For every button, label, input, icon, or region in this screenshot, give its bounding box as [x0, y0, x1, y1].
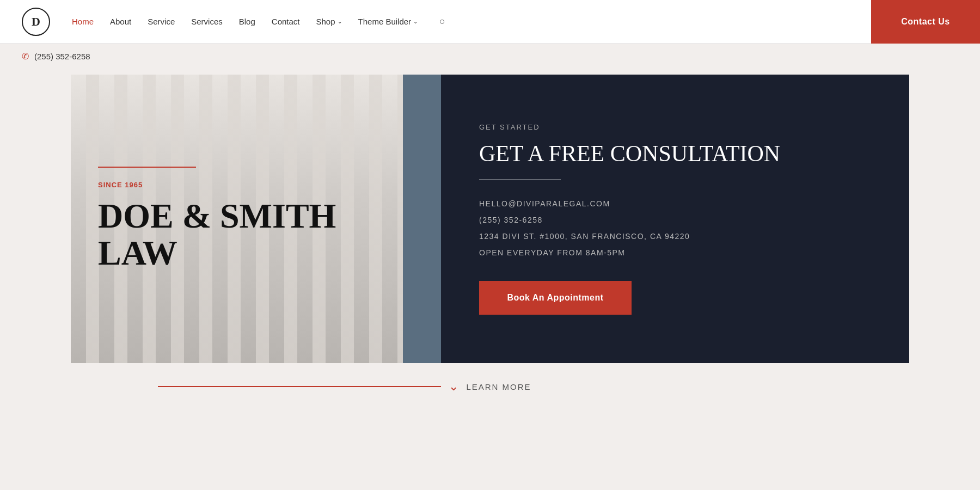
- phone-info: (255) 352-6258: [479, 216, 877, 224]
- consultation-title: GET A FREE CONSULTATION: [479, 141, 877, 166]
- logo[interactable]: D: [22, 8, 50, 36]
- red-accent-line: [98, 167, 196, 168]
- firm-name: DOE & SMITH LAW: [98, 198, 376, 271]
- contact-us-button[interactable]: Contact Us: [871, 0, 980, 44]
- red-line-left: [158, 386, 441, 387]
- address-info: 1234 DIVI ST. #1000, SAN FRANCISCO, CA 9…: [479, 232, 877, 241]
- hero-section: SINCE 1965 DOE & SMITH LAW: [71, 75, 403, 363]
- phone-number: (255) 352-6258: [34, 52, 90, 61]
- theme-builder-chevron-icon: ⌄: [413, 19, 418, 24]
- phone-icon: ✆: [22, 51, 29, 62]
- nav-shop[interactable]: Shop ⌄: [316, 17, 342, 26]
- get-started-label: GET STARTED: [479, 123, 877, 131]
- main-content: SINCE 1965 DOE & SMITH LAW GET STARTED G…: [0, 75, 980, 363]
- nav-theme-builder[interactable]: Theme Builder ⌄: [358, 17, 418, 26]
- email-info: HELLO@DIVIPARALEGAL.COM: [479, 199, 877, 208]
- learn-more-section: ⌄ LEARN MORE: [0, 379, 980, 394]
- nav-contact[interactable]: Contact: [272, 17, 300, 26]
- chevron-down-icon[interactable]: ⌄: [449, 379, 458, 394]
- hero-text-overlay: SINCE 1965 DOE & SMITH LAW: [71, 75, 403, 363]
- dark-card: GET STARTED GET A FREE CONSULTATION HELL…: [441, 75, 909, 363]
- navigation: Home About Service Services Blog Contact…: [72, 16, 958, 27]
- shop-chevron-icon: ⌄: [338, 19, 342, 24]
- nav-services[interactable]: Services: [191, 17, 223, 26]
- sub-header: ✆ (255) 352-6258: [0, 44, 980, 69]
- contact-info: HELLO@DIVIPARALEGAL.COM (255) 352-6258 1…: [479, 199, 877, 257]
- search-icon[interactable]: ○: [439, 16, 445, 27]
- since-label: SINCE 1965: [98, 181, 376, 189]
- logo-circle: D: [22, 8, 50, 36]
- nav-blog[interactable]: Blog: [239, 17, 255, 26]
- blue-sidebar: [403, 75, 441, 363]
- nav-home[interactable]: Home: [72, 17, 94, 26]
- consultation-card: GET STARTED GET A FREE CONSULTATION HELL…: [403, 75, 909, 363]
- header: D Home About Service Services Blog Conta…: [0, 0, 980, 44]
- nav-about[interactable]: About: [110, 17, 131, 26]
- nav-service[interactable]: Service: [148, 17, 175, 26]
- book-appointment-button[interactable]: Book An Appointment: [479, 281, 632, 315]
- hours-info: OPEN EVERYDAY FROM 8AM-5PM: [479, 248, 877, 257]
- white-divider: [479, 179, 561, 180]
- learn-more-text[interactable]: LEARN MORE: [466, 382, 531, 391]
